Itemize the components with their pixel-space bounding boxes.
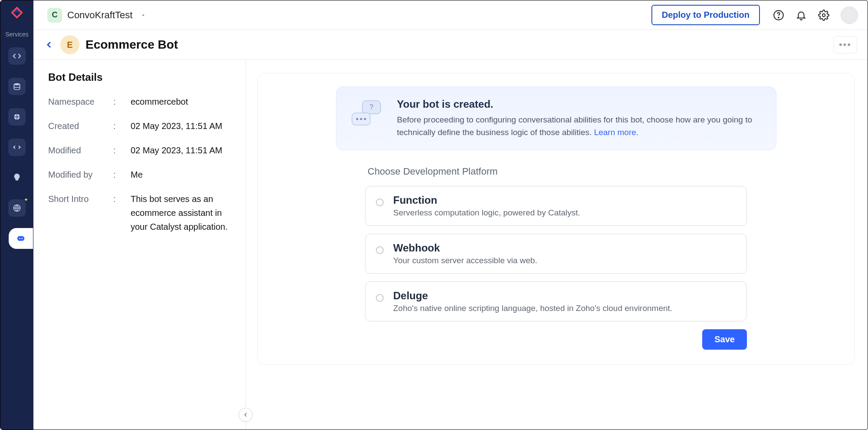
option-desc: Your custom server accessible via web. [393, 256, 537, 265]
bell-icon[interactable] [796, 10, 807, 21]
back-button[interactable] [44, 40, 54, 50]
avatar[interactable] [841, 7, 858, 24]
nav-item-database[interactable] [8, 78, 26, 95]
nav-item-chatbot-active[interactable] [10, 230, 31, 247]
svg-rect-5 [17, 236, 25, 241]
details-heading: Bot Details [48, 71, 231, 83]
svg-text:?: ? [369, 103, 373, 111]
platform-option-deluge[interactable]: Deluge Zoho's native online scripting la… [365, 281, 747, 321]
radio-icon [376, 294, 384, 302]
nav-item-integrations[interactable] [8, 139, 26, 156]
svg-point-15 [360, 118, 362, 120]
page-title: Ecommerce Bot [85, 38, 178, 52]
detail-value: 02 May 2023, 11:51 AM [131, 143, 231, 157]
svg-point-14 [356, 118, 358, 120]
option-title: Function [393, 194, 580, 206]
svg-point-6 [19, 238, 20, 239]
radio-icon [376, 246, 384, 254]
svg-point-0 [14, 83, 20, 86]
detail-row-modified: Modified : 02 May 2023, 11:51 AM [48, 143, 231, 157]
option-title: Webhook [393, 242, 537, 254]
detail-key: Modified [48, 143, 113, 157]
deploy-button[interactable]: Deploy to Production [651, 5, 760, 25]
detail-row-namespace: Namespace : ecommercebot [48, 95, 231, 109]
nav-item-debug[interactable] [8, 108, 26, 126]
platform-option-function[interactable]: Function Serverless computation logic, p… [365, 186, 747, 226]
services-label: Services [5, 31, 29, 38]
platform-option-webhook[interactable]: Webhook Your custom server accessible vi… [365, 234, 747, 274]
detail-row-short-intro: Short Intro : This bot serves as an ecom… [48, 192, 231, 234]
learn-more-link[interactable]: Learn more. [594, 128, 638, 137]
topbar: C ConvoKraftTest Deploy to Production [33, 0, 868, 30]
platform-heading: Choose Development Platform [365, 166, 747, 177]
svg-point-9 [778, 17, 779, 18]
gear-icon[interactable] [818, 10, 829, 21]
option-title: Deluge [393, 290, 672, 302]
detail-key: Namespace [48, 95, 113, 109]
page-badge: E [60, 35, 79, 54]
save-button[interactable]: Save [702, 329, 747, 350]
collapse-panel-button[interactable] [239, 408, 253, 422]
workspace-name: ConvoKraftTest [67, 10, 132, 21]
banner-title: Your bot is created. [397, 98, 763, 110]
detail-value: ecommercebot [131, 95, 231, 109]
more-menu-button[interactable]: ••• [833, 36, 857, 53]
svg-point-16 [364, 118, 366, 120]
detail-value: 02 May 2023, 11:51 AM [131, 119, 231, 133]
nav-item-web[interactable]: ✦ [8, 199, 26, 217]
detail-row-created: Created : 02 May 2023, 11:51 AM [48, 119, 231, 133]
bot-details-panel: Bot Details Namespace : ecommercebot Cre… [33, 60, 246, 430]
detail-key: Modified by [48, 168, 113, 182]
detail-value: Me [131, 168, 231, 182]
option-desc: Serverless computation logic, powered by… [393, 208, 580, 218]
radio-icon [376, 198, 384, 206]
banner-description: Before proceeding to configuring convers… [397, 114, 763, 139]
svg-point-10 [822, 13, 825, 17]
detail-key: Short Intro [48, 192, 113, 234]
nav-item-code[interactable] [8, 47, 26, 65]
page-header: E Ecommerce Bot ••• [33, 30, 868, 60]
created-banner: ? Your bot is created. Before proceeding… [336, 86, 776, 150]
left-nav-rail: Services ✦ [0, 0, 33, 430]
workspace-badge: C [47, 8, 62, 23]
svg-point-7 [21, 238, 23, 239]
workspace-switcher[interactable]: C ConvoKraftTest [45, 5, 151, 25]
brand-logo[interactable] [9, 5, 25, 20]
sparkle-icon: ✦ [24, 197, 28, 203]
detail-key: Created [48, 119, 113, 133]
chevron-down-icon [140, 12, 146, 18]
option-desc: Zoho's native online scripting language,… [393, 304, 672, 313]
detail-row-modified-by: Modified by : Me [48, 168, 231, 182]
chat-bubbles-icon: ? [349, 98, 384, 129]
detail-value: This bot serves as an ecommerce assistan… [131, 192, 231, 234]
nav-item-insights[interactable] [8, 169, 26, 186]
setup-card: ? Your bot is created. Before proceeding… [257, 73, 855, 365]
help-icon[interactable] [773, 10, 784, 21]
